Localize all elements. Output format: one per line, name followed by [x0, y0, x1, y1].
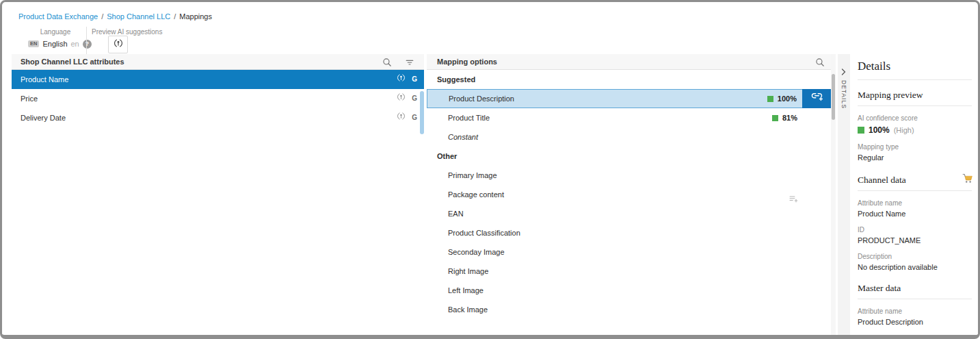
- channel-data-heading: Channel data: [858, 175, 972, 186]
- divider: [858, 105, 972, 106]
- mapping-option-label: Seconday Image: [448, 248, 505, 256]
- channel-id-label: ID: [858, 226, 972, 234]
- mapping-option-label: EAN: [448, 210, 464, 218]
- attribute-row-icons: G: [397, 70, 417, 89]
- mapping-section-suggested: Suggested: [427, 70, 831, 89]
- confidence-value: 100%: [778, 90, 797, 108]
- language-code-badge: EN: [28, 40, 39, 47]
- master-data-heading: Master data: [858, 283, 972, 294]
- divider: [858, 299, 972, 299]
- mapping-option-package-content[interactable]: Package content: [427, 185, 831, 204]
- channel-description-label: Description: [858, 253, 972, 260]
- breadcrumb-current: Mappings: [179, 12, 212, 21]
- details-title: Details: [858, 60, 972, 73]
- channel-id-value: PRODUCT_NAME: [858, 236, 972, 244]
- confidence-score: 81%: [772, 108, 797, 127]
- mapping-option-label: Product Classification: [448, 229, 520, 237]
- language-value: English: [42, 40, 67, 48]
- mapping-option-right-image[interactable]: Right Image: [427, 262, 831, 281]
- mapping-option-label: Primary Image: [448, 171, 497, 179]
- ai-suggestion-icon: [397, 89, 406, 108]
- mapping-scrollbar[interactable]: [832, 74, 835, 120]
- global-badge: G: [412, 108, 417, 127]
- attribute-row-icons: G: [397, 108, 417, 127]
- mapping-option-product-description[interactable]: Product Description 100%: [427, 89, 831, 108]
- mapping-option-label: Left Image: [448, 286, 484, 294]
- breadcrumb-link-product-data-exchange[interactable]: Product Data Exchange: [18, 12, 98, 21]
- mapping-panel-title: Mapping options: [437, 58, 497, 66]
- attribute-label: Delivery Date: [21, 114, 66, 122]
- language-locale: en: [71, 40, 79, 48]
- mapping-type-value: Regular: [858, 153, 972, 162]
- mapping-preview-heading: Mapping preview: [858, 90, 972, 101]
- channel-data-heading-text: Channel data: [858, 175, 906, 185]
- chevron-right-icon: [841, 66, 846, 78]
- confidence-value: 81%: [782, 108, 797, 127]
- preview-ai-suggestions-button[interactable]: [108, 36, 128, 53]
- breadcrumb-separator: /: [174, 12, 176, 21]
- ai-confidence-line: 100% (High): [858, 125, 972, 135]
- mapping-option-label: Product Description: [449, 95, 514, 103]
- global-badge: G: [412, 70, 417, 89]
- details-panel: Details Mapping preview AI confidence sc…: [850, 54, 980, 335]
- ai-confidence-qualifier: (High): [894, 126, 914, 134]
- mapping-option-product-classification[interactable]: Product Classification: [427, 223, 831, 242]
- mapping-option-left-image[interactable]: Left Image: [427, 281, 831, 300]
- channel-attribute-name-label: Attribute name: [858, 199, 972, 207]
- create-mapping-button[interactable]: [802, 89, 831, 108]
- breadcrumb-separator: /: [101, 12, 103, 21]
- details-collapse-tab[interactable]: DETAILS: [838, 54, 850, 335]
- mapping-section-other: Other: [427, 147, 831, 166]
- divider: [858, 190, 972, 191]
- channel-attribute-name-value: Product Name: [858, 210, 972, 218]
- confidence-score: 100%: [767, 90, 797, 108]
- ai-suggestion-icon: [114, 38, 123, 51]
- channel-description-value: No description available: [858, 263, 972, 271]
- ai-confidence-label: AI confidence score: [858, 114, 972, 122]
- mapping-option-primary-image[interactable]: Primary Image: [427, 166, 831, 185]
- attributes-scrollbar[interactable]: [420, 91, 424, 134]
- mapping-option-constant[interactable]: Constant: [427, 127, 831, 147]
- global-badge: G: [412, 89, 417, 108]
- preview-ai-suggestions-label: Preview AI suggestions: [92, 28, 162, 36]
- mapping-panel-header: Mapping options: [427, 54, 836, 70]
- attribute-row-product-name[interactable]: Product Name G: [12, 70, 424, 89]
- attribute-label: Price: [21, 95, 38, 103]
- shopping-cart-icon: [962, 173, 973, 186]
- master-attribute-name-value: Product Description: [858, 318, 972, 326]
- ai-suggestion-icon: [397, 70, 406, 89]
- breadcrumb: Product Data Exchange/Shop Channel LLC/M…: [18, 12, 212, 21]
- help-icon[interactable]: ?: [83, 40, 92, 49]
- ai-confidence-value: 100%: [869, 125, 890, 135]
- attributes-panel-header: Shop Channel LLC attributes: [12, 54, 424, 70]
- mapping-option-label: Right Image: [448, 267, 488, 275]
- master-attribute-name-label: Attribute name: [858, 307, 972, 315]
- mapping-option-label: Constant: [448, 133, 478, 141]
- language-label: Language: [27, 28, 84, 36]
- ai-suggestion-icon: [397, 108, 406, 127]
- details-tab-label: DETAILS: [840, 80, 847, 109]
- divider: [858, 79, 972, 80]
- mapping-option-label: Package content: [448, 190, 504, 199]
- master-id-label: ID: [858, 334, 972, 335]
- mapping-option-back-image[interactable]: Back Image: [427, 300, 831, 319]
- mapping-option-ean[interactable]: EAN: [427, 204, 831, 223]
- mapping-option-product-title[interactable]: Product Title 81%: [427, 108, 831, 127]
- link-plus-icon: [810, 90, 823, 108]
- attributes-panel-title: Shop Channel LLC attributes: [21, 58, 124, 66]
- confidence-swatch: [858, 127, 864, 134]
- attribute-label: Product Name: [21, 75, 68, 84]
- mapping-option-label: Product Title: [448, 114, 490, 122]
- mapping-option-label: Back Image: [448, 305, 488, 314]
- confidence-swatch: [772, 115, 778, 121]
- breadcrumb-link-shop-channel[interactable]: Shop Channel LLC: [107, 12, 170, 21]
- attribute-row-price[interactable]: Price G: [12, 89, 424, 108]
- app-window: Product Data Exchange/Shop Channel LLC/M…: [0, 0, 980, 339]
- confidence-swatch: [767, 96, 773, 102]
- mapping-option-seconday-image[interactable]: Seconday Image: [427, 242, 831, 262]
- language-selector[interactable]: EN English en ?: [28, 39, 92, 49]
- attribute-row-icons: G: [397, 89, 417, 108]
- toolbar-divider: [86, 27, 87, 54]
- attribute-row-delivery-date[interactable]: Delivery Date G: [12, 108, 424, 127]
- mapping-type-label: Mapping type: [858, 143, 972, 151]
